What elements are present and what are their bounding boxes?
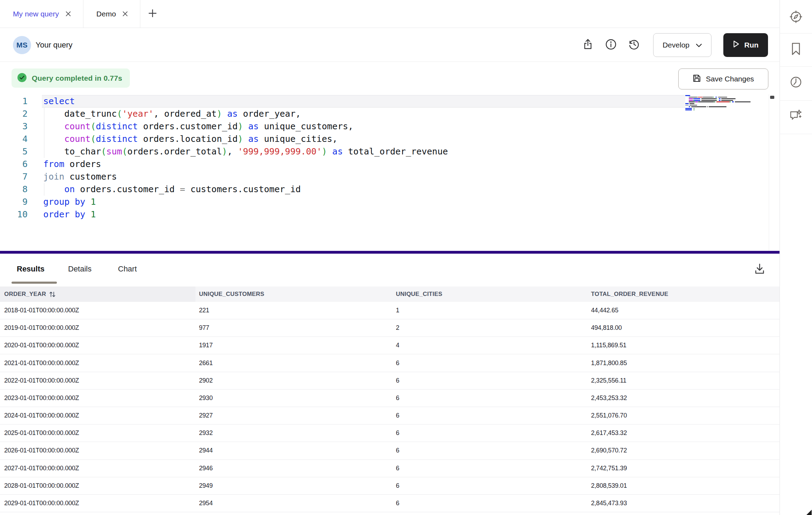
compass-icon: [789, 10, 803, 25]
cell-order_year: 2022-01-01T00:00:00.000Z: [4, 372, 193, 389]
cell-order_year: 2024-01-01T00:00:00.000Z: [4, 407, 193, 424]
cell-total_order_revenue: 1,871,800.85: [591, 355, 777, 372]
code-text: count(distinct orders.location_id) as un…: [64, 133, 338, 145]
cell-unique_cities: 6: [396, 355, 586, 372]
line-number: 6: [0, 158, 28, 171]
bookmarks-button[interactable]: [780, 35, 812, 64]
history-button[interactable]: [626, 37, 642, 53]
column-header-label: ORDER_YEAR: [4, 291, 46, 298]
code-text: select: [43, 95, 75, 108]
cell-order_year: 2019-01-01T00:00:00.000Z: [4, 319, 193, 336]
editor-minimap[interactable]: [685, 95, 745, 115]
code-text: date_trunc('year', ordered_at) as order_…: [64, 108, 301, 120]
line-number: 5: [0, 145, 28, 158]
line-number: 10: [0, 208, 28, 221]
table-row[interactable]: 2028-01-01T00:00:00.000Z294962,808,539.0…: [0, 477, 780, 495]
develop-dropdown-button[interactable]: Develop: [653, 33, 711, 57]
cell-total_order_revenue: 494,818.00: [591, 319, 777, 336]
cell-total_order_revenue: 2,808,539.01: [591, 477, 777, 494]
save-icon: [693, 74, 701, 84]
cell-total_order_revenue: 2,325,556.11: [591, 372, 777, 389]
download-results-button[interactable]: [750, 260, 769, 280]
cell-unique_cities: 4: [396, 337, 586, 354]
info-button[interactable]: [603, 37, 619, 53]
cell-unique_customers: 2930: [199, 390, 389, 407]
editor-scrollbar-track: [769, 94, 769, 251]
cell-total_order_revenue: 1,115,869.51: [591, 337, 777, 354]
cell-order_year: 2027-01-01T00:00:00.000Z: [4, 460, 193, 477]
table-row[interactable]: 2026-01-01T00:00:00.000Z294462,690,570.7…: [0, 442, 780, 459]
table-row[interactable]: 2027-01-01T00:00:00.000Z294662,742,751.3…: [0, 460, 780, 477]
column-header-label: UNIQUE_CITIES: [396, 291, 442, 298]
cell-unique_customers: 2902: [199, 372, 389, 389]
explore-button[interactable]: [780, 3, 812, 32]
line-number: 4: [0, 133, 28, 145]
query-tab-demo[interactable]: Demo: [83, 0, 140, 28]
chevron-down-icon: [696, 41, 702, 49]
column-header-label: UNIQUE_CUSTOMERS: [199, 291, 264, 298]
cell-unique_cities: 6: [396, 407, 586, 424]
code-text: group by 1: [43, 196, 96, 208]
editor-scrollbar-thumb[interactable]: [770, 96, 774, 99]
cell-unique_cities: 6: [396, 372, 586, 389]
cell-unique_cities: 6: [396, 442, 586, 459]
line-number: 7: [0, 171, 28, 183]
save-changes-label: Save Changes: [706, 75, 754, 83]
tab-details[interactable]: Details: [68, 254, 91, 284]
share-icon: [582, 38, 594, 52]
code-text: to_char(sum(orders.order_total), '999,99…: [64, 145, 448, 158]
cell-unique_customers: 2949: [199, 477, 389, 494]
code-line-9: 9group by 1: [0, 196, 684, 208]
cell-unique_customers: 2946: [199, 460, 389, 477]
play-icon: [733, 40, 740, 50]
close-icon[interactable]: [122, 11, 128, 17]
table-row[interactable]: 2029-01-01T00:00:00.000Z295462,845,473.9…: [0, 495, 780, 512]
cell-unique_cities: 6: [396, 460, 586, 477]
tab-results[interactable]: Results: [17, 254, 44, 284]
table-row[interactable]: 2023-01-01T00:00:00.000Z293062,453,253.3…: [0, 390, 780, 407]
code-line-10: 10order by 1: [0, 208, 684, 221]
save-changes-button[interactable]: Save Changes: [678, 68, 768, 89]
ai-chat-icon: [789, 109, 803, 125]
right-icon-rail: [780, 0, 812, 515]
column-header-order_year[interactable]: ORDER_YEAR: [0, 286, 195, 302]
query-tab-my-new-query[interactable]: My new query: [0, 0, 83, 28]
code-line-2: 2date_trunc('year', ordered_at) as order…: [0, 108, 684, 120]
table-row[interactable]: 2024-01-01T00:00:00.000Z292762,551,076.7…: [0, 407, 780, 425]
query-header: MS Your query: [0, 28, 780, 62]
code-line-7: 7join customers: [0, 171, 684, 183]
code-line-5: 5to_char(sum(orders.order_total), '999,9…: [0, 145, 684, 158]
query-tab-bar: My new queryDemo: [0, 0, 780, 28]
table-row[interactable]: 2019-01-01T00:00:00.000Z9772494,818.00: [0, 319, 780, 337]
code-text: on orders.customer_id = customers.custom…: [64, 183, 301, 196]
column-header-unique_cities[interactable]: UNIQUE_CITIES: [392, 286, 589, 302]
sql-editor[interactable]: 1select2date_trunc('year', ordered_at) a…: [0, 94, 780, 251]
cell-order_year: 2020-01-01T00:00:00.000Z: [4, 337, 193, 354]
avatar[interactable]: MS: [13, 36, 31, 54]
tab-chart[interactable]: Chart: [118, 254, 137, 284]
column-header-label: TOTAL_ORDER_REVENUE: [591, 291, 668, 298]
cell-total_order_revenue: 2,453,253.32: [591, 390, 777, 407]
code-line-4: 4count(distinct orders.location_id) as u…: [0, 133, 684, 145]
new-tab-button[interactable]: [140, 0, 165, 28]
run-button[interactable]: Run: [723, 33, 768, 57]
ai-chat-button[interactable]: [780, 102, 812, 131]
code-text: count(distinct orders.customer_id) as un…: [64, 120, 353, 133]
editor-results-divider[interactable]: [0, 251, 780, 254]
code-text: from orders: [43, 158, 101, 171]
table-row[interactable]: 2022-01-01T00:00:00.000Z290262,325,556.1…: [0, 372, 780, 390]
table-row[interactable]: 2021-01-01T00:00:00.000Z266161,871,800.8…: [0, 355, 780, 372]
table-row[interactable]: 2025-01-01T00:00:00.000Z293262,617,453.3…: [0, 425, 780, 442]
column-header-unique_customers[interactable]: UNIQUE_CUSTOMERS: [195, 286, 392, 302]
resize-handle[interactable]: [806, 510, 812, 515]
history-rail-button[interactable]: [780, 68, 812, 97]
header-actions: Develop Run: [580, 28, 768, 62]
cell-unique_cities: 2: [396, 319, 586, 336]
share-button[interactable]: [580, 37, 596, 53]
table-row[interactable]: 2020-01-01T00:00:00.000Z191741,115,869.5…: [0, 337, 780, 354]
column-header-total_order_revenue[interactable]: TOTAL_ORDER_REVENUE: [589, 286, 780, 302]
tab-label: Demo: [96, 10, 116, 18]
table-row[interactable]: 2018-01-01T00:00:00.000Z221144,442.65: [0, 302, 780, 319]
close-icon[interactable]: [65, 11, 71, 17]
page-title: Your query: [36, 28, 73, 62]
